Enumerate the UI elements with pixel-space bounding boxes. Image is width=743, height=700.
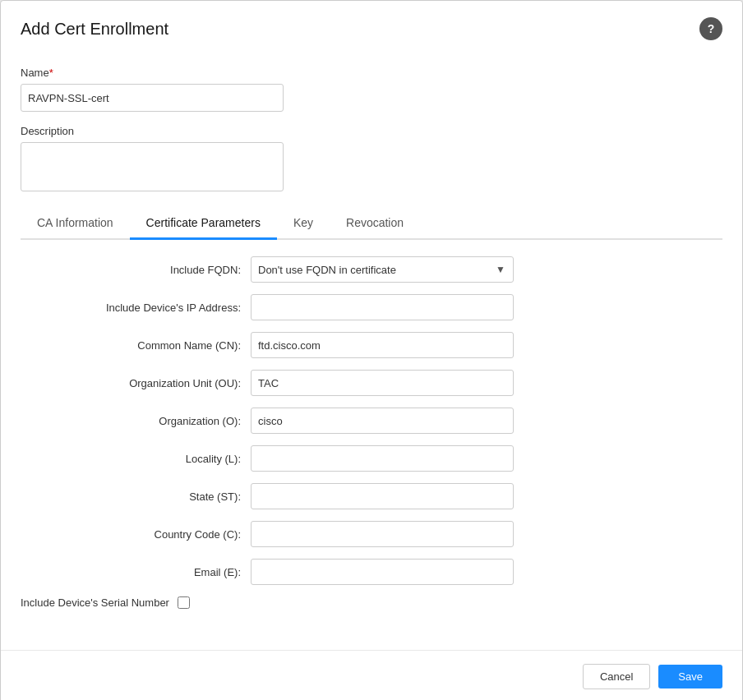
common-name-row: Common Name (CN): — [21, 332, 722, 358]
serial-number-checkbox[interactable] — [178, 596, 190, 609]
fqdn-select-wrapper: Don't use FQDN in certificate Use device… — [251, 256, 514, 283]
locality-input-wrapper — [251, 445, 722, 472]
org-label: Organization (O): — [21, 415, 251, 427]
locality-input[interactable] — [251, 445, 514, 472]
country-code-label: Country Code (C): — [21, 528, 251, 541]
save-button[interactable]: Save — [658, 665, 722, 688]
name-section: Name* — [21, 67, 722, 112]
dialog-body: Name* Description CA Information Certifi… — [1, 53, 742, 650]
description-label: Description — [21, 125, 722, 137]
fqdn-input-wrapper: Don't use FQDN in certificate Use device… — [251, 256, 722, 283]
tabs-container: CA Information Certificate Parameters Ke… — [21, 208, 722, 240]
org-input-wrapper — [251, 408, 722, 434]
fqdn-select[interactable]: Don't use FQDN in certificate Use device… — [251, 256, 514, 283]
org-unit-label: Organization Unit (OU): — [21, 377, 251, 389]
dialog-title: Add Cert Enrollment — [21, 20, 168, 39]
email-row: Email (E): — [21, 559, 722, 585]
country-code-input[interactable] — [251, 521, 514, 547]
dialog-header: Add Cert Enrollment ? — [1, 1, 742, 53]
org-unit-input[interactable] — [251, 370, 514, 396]
add-cert-enrollment-dialog: Add Cert Enrollment ? Name* Description … — [0, 0, 743, 700]
email-input-wrapper — [251, 559, 722, 585]
ip-address-input-wrapper — [251, 294, 722, 320]
country-code-row: Country Code (C): — [21, 521, 722, 547]
locality-label: Locality (L): — [21, 453, 251, 465]
state-input[interactable] — [251, 483, 514, 509]
fqdn-row: Include FQDN: Don't use FQDN in certific… — [21, 256, 722, 283]
dialog-footer: Cancel Save — [1, 650, 742, 700]
name-label: Name* — [21, 67, 722, 79]
name-input[interactable] — [21, 84, 284, 112]
email-label: Email (E): — [21, 566, 251, 578]
locality-row: Locality (L): — [21, 445, 722, 472]
country-code-input-wrapper — [251, 521, 722, 547]
state-label: State (ST): — [21, 490, 251, 503]
fqdn-label: Include FQDN: — [21, 264, 251, 276]
ip-address-row: Include Device's IP Address: — [21, 294, 722, 320]
state-input-wrapper — [251, 483, 722, 509]
org-row: Organization (O): — [21, 408, 722, 434]
state-row: State (ST): — [21, 483, 722, 509]
ip-address-input[interactable] — [251, 294, 514, 320]
tab-revocation[interactable]: Revocation — [330, 208, 420, 240]
org-unit-input-wrapper — [251, 370, 722, 396]
ip-address-label: Include Device's IP Address: — [21, 302, 251, 314]
org-input[interactable] — [251, 408, 514, 434]
tab-certificate-parameters[interactable]: Certificate Parameters — [130, 208, 277, 240]
tab-key[interactable]: Key — [277, 208, 330, 240]
cancel-button[interactable]: Cancel — [583, 664, 650, 689]
tab-ca-information[interactable]: CA Information — [21, 208, 130, 240]
common-name-label: Common Name (CN): — [21, 339, 251, 352]
description-section: Description — [21, 125, 722, 195]
common-name-input[interactable] — [251, 332, 514, 358]
cert-params-content: Include FQDN: Don't use FQDN in certific… — [21, 240, 722, 637]
common-name-input-wrapper — [251, 332, 722, 358]
serial-number-row: Include Device's Serial Number — [21, 596, 722, 609]
description-input[interactable] — [21, 142, 284, 191]
org-unit-row: Organization Unit (OU): — [21, 370, 722, 396]
email-input[interactable] — [251, 559, 514, 585]
help-icon[interactable]: ? — [699, 17, 722, 40]
serial-number-label: Include Device's Serial Number — [21, 596, 169, 609]
